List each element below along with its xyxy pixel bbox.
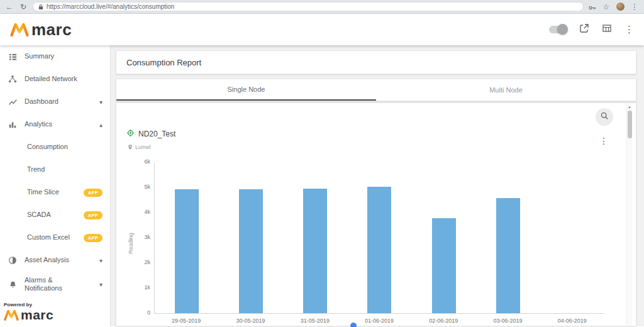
footer-logo: marc xyxy=(4,308,105,323)
bar-column xyxy=(283,163,347,313)
sidebar-item-label: Detailed Network xyxy=(25,75,77,83)
browser-menu-icon[interactable]: ⋮ xyxy=(630,3,639,11)
bar-column xyxy=(219,163,283,313)
x-tick-label: 31-05-2019 xyxy=(283,318,347,324)
asset-analysis-icon xyxy=(8,256,18,265)
location-pin-icon xyxy=(128,141,133,153)
chevron-up-icon: ▴ xyxy=(99,121,103,128)
sidebar-item-label: Trend xyxy=(27,165,45,174)
search-button[interactable] xyxy=(596,108,613,126)
sidebar-item-label: Dashboard xyxy=(25,97,58,106)
y-tick-label: 2k xyxy=(144,259,150,265)
bar-column xyxy=(540,163,604,313)
bell-icon xyxy=(8,280,18,289)
x-tick-label: 04-06-2019 xyxy=(540,318,604,324)
footer-logo-text: marc xyxy=(21,308,53,323)
bar-column xyxy=(347,163,411,313)
main-content: Consumption Report Single Node Multi Nod… xyxy=(111,45,644,326)
y-tick-label: 0 xyxy=(147,309,150,316)
node-tabs: Single Node Multi Node xyxy=(116,79,636,101)
header-menu-icon[interactable]: ⋮ xyxy=(625,24,634,35)
app-logo: marc xyxy=(10,20,72,40)
sidebar-item-detailed-network[interactable]: Detailed Network xyxy=(0,68,110,91)
x-tick-label: 30-05-2019 xyxy=(218,318,282,324)
summary-icon xyxy=(8,52,18,62)
sidebar-item-asset-analysis[interactable]: Asset Analysis ▾ xyxy=(0,249,110,272)
bar-03-06-2019[interactable] xyxy=(496,198,520,313)
y-tick-label: 1k xyxy=(144,284,150,291)
node-icon xyxy=(126,128,135,140)
open-in-new-icon[interactable] xyxy=(579,23,589,36)
legend-dot xyxy=(350,323,357,327)
footer-logo-m-icon xyxy=(4,309,19,321)
powered-by-label: Powered by xyxy=(4,302,105,308)
y-tick-label: 5k xyxy=(144,184,150,190)
sidebar-item-trend[interactable]: Trend xyxy=(0,158,110,181)
sidebar-item-label: Time Slice xyxy=(27,188,59,196)
bar-31-05-2019[interactable] xyxy=(303,189,327,313)
bar-30-05-2019[interactable] xyxy=(239,189,263,313)
sidebar-item-time-slice[interactable]: Time Slice APP xyxy=(0,181,110,204)
sidebar-item-label: Consumption xyxy=(27,143,68,151)
y-axis-title: Reading xyxy=(126,163,135,324)
dashboard-icon xyxy=(8,97,18,107)
app-badge: APP xyxy=(84,189,103,197)
sidebar: Summary Detailed Network Dashboard ▾ Ana… xyxy=(0,45,111,326)
toggle-knob xyxy=(557,24,568,35)
bar-02-06-2019[interactable] xyxy=(432,218,456,313)
tab-single-node[interactable]: Single Node xyxy=(116,79,376,101)
sidebar-item-label: Alarms & Notifications xyxy=(25,276,82,292)
x-tick-label: 29-05-2019 xyxy=(154,318,218,324)
sidebar-item-label: SCADA xyxy=(27,211,51,219)
search-icon xyxy=(600,111,609,123)
app-badge: APP xyxy=(84,211,103,219)
sidebar-item-label: Summary xyxy=(25,52,54,60)
browser-avatar[interactable] xyxy=(616,3,625,11)
chevron-down-icon: ▾ xyxy=(99,257,103,264)
browser-chrome: ← ↻ https://marccloud.live/#/analytics/c… xyxy=(0,0,644,14)
node-header: ND20_Test Lumel xyxy=(126,128,626,153)
y-tick-label: 3k xyxy=(144,234,150,240)
back-button[interactable]: ← xyxy=(5,3,14,11)
sidebar-item-label: Custom Excel xyxy=(27,233,70,241)
sidebar-item-analytics[interactable]: Analytics ▴ xyxy=(0,113,110,136)
sidebar-item-summary[interactable]: Summary xyxy=(0,45,110,68)
key-icon[interactable] xyxy=(589,1,596,13)
x-tick-label: 02-06-2019 xyxy=(411,318,475,324)
sidebar-item-label: Asset Analysis xyxy=(25,256,69,264)
bookmark-star-icon[interactable]: ☆ xyxy=(602,3,611,11)
padlock-icon xyxy=(38,1,43,13)
sidebar-item-dashboard[interactable]: Dashboard ▾ xyxy=(0,91,110,113)
sidebar-item-alarms-notifications[interactable]: Alarms & Notifications ▾ xyxy=(0,272,110,297)
bar-plot xyxy=(155,163,604,313)
tab-multi-node[interactable]: Multi Node xyxy=(376,79,636,101)
y-tick-label: 4k xyxy=(144,209,150,215)
sidebar-item-custom-excel[interactable]: Custom Excel APP xyxy=(0,226,110,249)
bar-01-06-2019[interactable] xyxy=(367,187,391,313)
bar-column xyxy=(476,163,540,313)
bar-chart: Reading 01k2k3k4k5k6k 29-05-201930-05-20… xyxy=(126,163,626,324)
page-title: Consumption Report xyxy=(126,58,201,67)
address-bar[interactable]: https://marccloud.live/#/analytics/consu… xyxy=(33,2,584,11)
chevron-down-icon: ▾ xyxy=(99,99,103,106)
bar-29-05-2019[interactable] xyxy=(175,189,199,313)
sidebar-item-label: Analytics xyxy=(25,120,52,128)
network-icon xyxy=(8,75,18,84)
bar-column xyxy=(155,163,219,313)
toggle-switch[interactable] xyxy=(549,26,567,33)
report-title-card: Consumption Report xyxy=(116,50,636,74)
scrollbar-thumb[interactable] xyxy=(628,111,632,138)
chart-menu-icon[interactable]: ⋮ xyxy=(599,136,608,146)
table-icon[interactable] xyxy=(602,23,612,36)
sidebar-item-scada[interactable]: SCADA APP xyxy=(0,204,110,226)
logo-text: marc xyxy=(31,20,72,40)
vertical-scrollbar[interactable]: ▴ xyxy=(626,103,632,326)
logo-m-icon xyxy=(10,23,29,36)
refresh-button[interactable]: ↻ xyxy=(19,3,28,11)
x-axis: 29-05-201930-05-201931-05-201901-06-2019… xyxy=(154,318,604,324)
node-location: Lumel xyxy=(135,144,151,150)
url-text: https://marccloud.live/#/analytics/consu… xyxy=(47,3,174,10)
scroll-up-icon[interactable]: ▴ xyxy=(627,103,632,109)
sidebar-item-consumption[interactable]: Consumption xyxy=(0,136,110,158)
analytics-icon xyxy=(8,120,18,129)
